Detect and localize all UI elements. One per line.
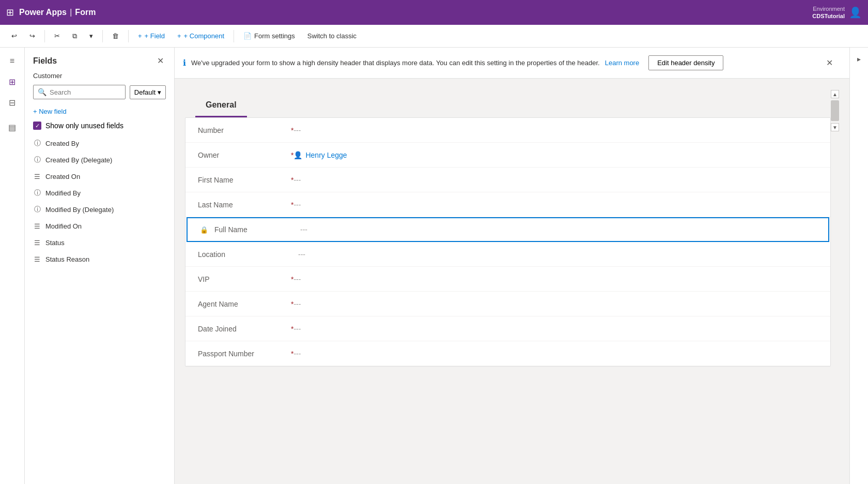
field-type-icon: ☰ xyxy=(33,172,41,180)
form-settings-button[interactable]: 📄 Form settings xyxy=(238,29,300,42)
new-field-button[interactable]: + New field xyxy=(25,104,174,118)
table-row[interactable]: Owner * 👤 Henry Legge xyxy=(185,143,830,168)
add-field-button[interactable]: + + Field xyxy=(133,29,170,42)
toolbar-sep-1 xyxy=(44,30,45,42)
field-value: --- xyxy=(293,176,301,184)
field-label: Location xyxy=(198,250,291,259)
list-item[interactable]: ⓘ Modified By (Delegate) xyxy=(25,201,174,218)
field-value: --- xyxy=(293,201,301,209)
nav-fields-icon[interactable]: ⊞ xyxy=(3,72,22,91)
switch-classic-label: Switch to classic xyxy=(307,32,357,40)
table-row[interactable]: Date Joined * --- xyxy=(185,316,830,341)
table-row[interactable]: 🔒 Full Name --- xyxy=(187,217,829,242)
form-section-general: Number * --- Owner * 👤 Henry Legge First… xyxy=(185,117,831,367)
field-type-icon: ⓘ xyxy=(33,205,41,214)
field-name-text: Passport Number xyxy=(198,350,254,358)
field-label: First Name xyxy=(198,176,291,184)
redo-button[interactable]: ↪ xyxy=(24,29,40,42)
cut-button[interactable]: ✂ xyxy=(49,29,65,42)
undo-button[interactable]: ↩ xyxy=(6,29,22,42)
field-name-text: Full Name xyxy=(214,225,247,234)
fields-panel-close-button[interactable]: ✕ xyxy=(155,54,166,68)
top-bar-right: Environment CDSTutorial 👤 xyxy=(812,5,862,20)
field-name-label: Created By xyxy=(45,140,79,147)
table-row[interactable]: VIP * --- xyxy=(185,267,830,292)
field-type-icon: ⓘ xyxy=(33,139,41,147)
nav-tree-icon[interactable]: ⊟ xyxy=(3,93,22,112)
nav-layout-icon[interactable]: ▤ xyxy=(3,118,22,137)
delete-button[interactable]: 🗑 xyxy=(107,29,124,42)
field-value: --- xyxy=(293,275,301,283)
list-item[interactable]: ⓘ Created By xyxy=(25,135,174,152)
table-row[interactable]: Passport Number * --- xyxy=(185,341,830,366)
list-item[interactable]: ☰ Created On xyxy=(25,168,174,185)
add-component-button[interactable]: + + Component xyxy=(172,29,229,42)
copy-button[interactable]: ⧉ xyxy=(67,29,82,43)
field-value-link[interactable]: 👤 Henry Legge xyxy=(293,151,347,159)
search-input[interactable] xyxy=(50,88,121,96)
fields-search-box[interactable]: 🔍 xyxy=(33,85,126,99)
field-label: Number xyxy=(198,126,291,134)
dropdown-label: Default xyxy=(134,88,156,96)
table-row[interactable]: Number * --- xyxy=(185,118,830,143)
field-type-icon: ⓘ xyxy=(33,156,41,164)
field-label: Agent Name xyxy=(198,300,291,308)
switch-classic-button[interactable]: Switch to classic xyxy=(302,29,362,42)
grid-icon[interactable]: ⊞ xyxy=(6,7,14,18)
list-item[interactable]: ☰ Modified On xyxy=(25,218,174,234)
scroll-up-button[interactable]: ▲ xyxy=(831,90,839,98)
toolbar-sep-3 xyxy=(128,30,129,42)
field-label: Owner xyxy=(198,151,291,159)
edit-header-density-button[interactable]: Edit header density xyxy=(648,55,723,70)
field-name-text: Number xyxy=(198,126,224,134)
table-row[interactable]: First Name * --- xyxy=(185,168,830,192)
dropdown-button[interactable]: ▾ xyxy=(84,29,98,42)
right-panel-collapse-icon[interactable]: ▸ xyxy=(852,52,866,66)
field-label: Passport Number xyxy=(198,350,291,358)
list-item[interactable]: ⓘ Created By (Delegate) xyxy=(25,152,174,168)
field-name-label: Created By (Delegate) xyxy=(45,156,112,164)
unused-fields-row[interactable]: Show only unused fields xyxy=(25,118,174,133)
section-header-area: General xyxy=(185,89,831,117)
field-name-label: Modified By (Delegate) xyxy=(45,206,114,214)
fields-panel-customer: Customer xyxy=(25,72,174,85)
list-item[interactable]: ☰ Status Reason xyxy=(25,251,174,267)
notification-close-button[interactable]: ✕ xyxy=(818,53,841,73)
fields-dropdown[interactable]: Default ▾ xyxy=(130,85,166,99)
form-canvas: ℹ We've upgraded your form to show a hig… xyxy=(175,48,849,484)
fields-panel: Fields ✕ Customer 🔍 Default ▾ + New fiel… xyxy=(25,48,175,484)
toolbar: ↩ ↪ ✂ ⧉ ▾ 🗑 + + Field + + Component 📄 Fo… xyxy=(0,25,868,48)
scroll-down-button[interactable]: ▼ xyxy=(831,123,839,131)
field-name-label: Status Reason xyxy=(45,255,89,263)
field-name-label: Modified By xyxy=(45,189,81,197)
nav-menu-icon[interactable]: ≡ xyxy=(3,52,22,70)
unused-fields-checkbox[interactable] xyxy=(33,122,41,130)
fields-list: ⓘ Created By ⓘ Created By (Delegate) ☰ C… xyxy=(25,133,174,484)
learn-more-link[interactable]: Learn more xyxy=(605,59,639,67)
info-icon: ℹ xyxy=(183,58,186,68)
form-scroll-area[interactable]: General Number * --- Owner * 👤 Henry Leg… xyxy=(175,79,849,484)
list-item[interactable]: ☰ Status xyxy=(25,234,174,251)
form-settings-label: Form settings xyxy=(254,32,295,40)
field-name-text: VIP xyxy=(198,275,210,283)
notification-message: We've upgraded your form to show a high … xyxy=(191,59,600,67)
left-nav: ≡ ⊞ ⊟ ▤ xyxy=(0,48,25,484)
form-settings-icon: 📄 xyxy=(243,32,252,40)
table-row[interactable]: Agent Name * --- xyxy=(185,292,830,316)
field-name-label: Status xyxy=(45,239,65,247)
field-label: VIP xyxy=(198,275,291,283)
table-row[interactable]: Last Name * --- xyxy=(185,192,830,217)
list-item[interactable]: ⓘ Modified By xyxy=(25,185,174,201)
form-main: General Number * --- Owner * 👤 Henry Leg… xyxy=(185,89,831,367)
unused-fields-label: Show only unused fields xyxy=(45,122,123,130)
dropdown-chevron-icon: ▾ xyxy=(158,88,161,96)
field-label: Last Name xyxy=(198,201,291,209)
field-type-icon: ⓘ xyxy=(33,189,41,197)
field-value: --- xyxy=(298,250,305,259)
user-icon[interactable]: 👤 xyxy=(849,6,862,19)
field-value: --- xyxy=(293,126,301,134)
toolbar-sep-2 xyxy=(102,30,103,42)
field-name-text: Date Joined xyxy=(198,325,237,333)
table-row[interactable]: Location --- xyxy=(185,242,830,267)
new-field-label: + New field xyxy=(33,108,67,115)
